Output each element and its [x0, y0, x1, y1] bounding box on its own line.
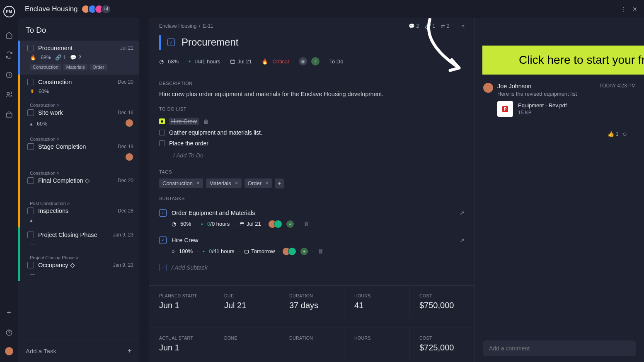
todo-item[interactable]: Gather equipment and materials list.: [159, 127, 465, 138]
tags-label: TAGS: [159, 169, 465, 174]
open-subtask-icon[interactable]: ↗: [460, 210, 465, 216]
stat-cell: HOURS41: [344, 286, 409, 318]
remove-tag-icon[interactable]: ✕: [196, 181, 200, 186]
status-label[interactable]: To Do: [329, 58, 343, 65]
add-todo-input[interactable]: / Add To Do: [173, 149, 465, 162]
remove-tag-icon[interactable]: ✕: [235, 181, 238, 186]
task-item[interactable]: Construction Dec 20 ⬆60%: [18, 75, 139, 99]
stat-cell: DONE: [214, 328, 279, 360]
add-assignee-button[interactable]: +: [300, 248, 308, 255]
add-assignee-button[interactable]: +: [311, 57, 320, 65]
home-icon[interactable]: [4, 30, 15, 41]
todo-checkbox[interactable]: [159, 130, 165, 135]
task-type-icon: ✓: [159, 209, 167, 217]
task-sidebar: To Do Procurement Jul 21 🔥68%🔗 1💬 2 Cons…: [18, 18, 139, 362]
briefcase-icon[interactable]: [4, 109, 15, 120]
task-item[interactable]: Project Closing Phase Jan 9, 23 —: [18, 227, 139, 251]
task-checkbox[interactable]: [27, 143, 34, 150]
task-checkbox[interactable]: [27, 45, 34, 51]
actual-stats: ACTUAL STARTJun 1DONEDURATIONHOURSCOST$7…: [149, 328, 475, 360]
stat-cell: DURATION: [279, 328, 344, 360]
todo-checkbox[interactable]: [159, 140, 165, 146]
stat-label: HOURS: [354, 293, 399, 298]
tag[interactable]: Order✕: [245, 179, 272, 188]
task-list: Procurement Jul 21 🔥68%🔗 1💬 2 Constructi…: [18, 41, 139, 340]
close-icon[interactable]: ✕: [632, 6, 637, 12]
comment-input[interactable]: [483, 340, 636, 356]
todo-item[interactable]: ■ Hire Crew 🗑: [159, 116, 465, 127]
task-item[interactable]: Construction > Stage Completion Dec 19 —: [18, 133, 139, 167]
progress-icon: ◔: [172, 221, 176, 227]
help-icon[interactable]: [4, 327, 15, 338]
subtasks-count[interactable]: ⇄ 2: [441, 23, 449, 29]
task-checkbox[interactable]: [27, 232, 34, 238]
avatar-more[interactable]: +4: [101, 5, 111, 14]
task-checkbox[interactable]: [27, 177, 34, 184]
task-name: Site work: [38, 109, 114, 116]
svg-rect-6: [245, 250, 249, 253]
delete-icon[interactable]: 🗑: [203, 118, 209, 125]
due-date[interactable]: Tomorrow: [244, 248, 275, 254]
user-avatar[interactable]: [5, 347, 13, 355]
description-text[interactable]: Hire crew plus order equipment and mater…: [159, 90, 465, 99]
open-subtask-icon[interactable]: ↗: [460, 237, 465, 244]
todo-checkbox[interactable]: ■: [159, 118, 165, 124]
task-item[interactable]: Post Construction > Inspections Dec 28 ▴: [18, 197, 139, 227]
nav-rail: PM +: [0, 0, 18, 362]
delete-icon[interactable]: 🗑: [318, 248, 323, 254]
member-avatars[interactable]: +4: [84, 5, 111, 14]
hours-text: 0/0 hours: [207, 221, 230, 227]
task-date: Dec 28: [118, 208, 133, 214]
todo-label: TO DO LIST: [159, 106, 465, 111]
status-dot: ●: [189, 59, 191, 63]
attachments-count[interactable]: 🔗 1: [425, 23, 435, 29]
emoji-react-button[interactable]: ☺: [622, 131, 627, 137]
cta-banner[interactable]: Click here to start your free trial: [482, 46, 644, 75]
task-item[interactable]: Project Closing Phase > Occupancy ◇ Jan …: [18, 251, 139, 281]
remove-tag-icon[interactable]: ✕: [265, 181, 269, 186]
assignee-icon[interactable]: ◉: [299, 57, 307, 65]
clock-icon[interactable]: [4, 70, 15, 80]
stat-cell: COST$725,000: [409, 328, 475, 360]
subtask-name: Order Equipment and Materials: [172, 210, 455, 216]
subtask-item[interactable]: ✓ Hire Crew ↗ ○ 100% · ● 0/41 hours · To…: [159, 232, 465, 260]
todo-item[interactable]: Place the order: [159, 138, 465, 149]
add-task-button[interactable]: Add a Task +: [18, 340, 139, 362]
task-checkbox[interactable]: [27, 262, 34, 268]
more-icon[interactable]: ⋮: [621, 6, 627, 12]
attachment[interactable]: P Equipment - Rev.pdf 15 KB: [497, 101, 636, 117]
add-assignee-button[interactable]: +: [286, 220, 294, 228]
stat-cell: COST$750,000: [409, 286, 475, 318]
task-name: Project Closing Phase: [38, 232, 109, 238]
due-date[interactable]: Jul 21: [230, 58, 252, 65]
app-logo[interactable]: PM: [3, 6, 15, 17]
tag[interactable]: Construction✕: [159, 179, 203, 188]
task-checkbox[interactable]: [27, 208, 34, 214]
expand-icon[interactable]: »: [462, 23, 465, 29]
subtask-name: Hire Crew: [172, 237, 455, 244]
attachment-name: Equipment - Rev.pdf: [518, 102, 567, 109]
priority-label[interactable]: Critical: [272, 58, 289, 65]
due-date[interactable]: Jul 21: [240, 221, 261, 227]
refresh-icon[interactable]: [4, 50, 15, 60]
delete-icon[interactable]: 🗑: [304, 221, 309, 227]
task-item[interactable]: Construction > Site work Dec 16 ▴60%: [18, 99, 139, 133]
comments-count[interactable]: 💬 2: [409, 23, 419, 29]
subtask-item[interactable]: ✓ Order Equipment and Materials ↗ ◔ 50% …: [159, 205, 465, 232]
reaction-thumbs[interactable]: 👍 1: [608, 131, 619, 137]
add-tag-button[interactable]: +: [275, 179, 284, 188]
task-item[interactable]: Construction > Final Completion ◇ Dec 20…: [18, 167, 139, 197]
users-icon[interactable]: [4, 89, 15, 100]
task-title[interactable]: Procurement: [182, 36, 238, 48]
task-date: Dec 20: [118, 178, 133, 183]
task-date: Dec 19: [118, 144, 133, 150]
add-task-label: Add a Task: [26, 348, 56, 355]
progress-pct: 68%: [168, 58, 179, 65]
task-checkbox[interactable]: [27, 79, 34, 85]
add-subtask-input[interactable]: ✓ / Add Subtask: [159, 260, 465, 275]
task-item[interactable]: Procurement Jul 21 🔥68%🔗 1💬 2 Constructi…: [18, 41, 139, 75]
plus-icon[interactable]: +: [4, 307, 15, 318]
comment: Joe Johnson Here is the revised equipmen…: [483, 83, 636, 117]
task-checkbox[interactable]: [27, 109, 34, 116]
tag[interactable]: Materials✕: [206, 179, 242, 188]
